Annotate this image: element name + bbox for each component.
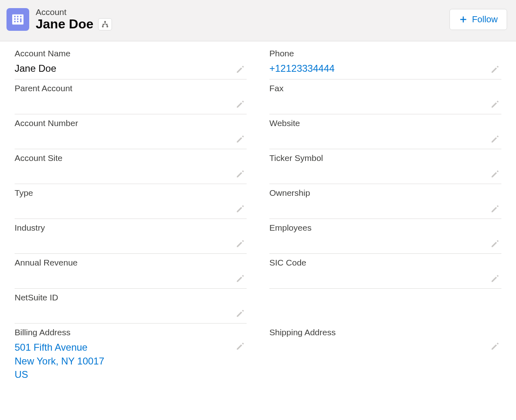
- header-titles: Account Jane Doe: [36, 7, 112, 31]
- hierarchy-icon: [101, 21, 109, 28]
- field-phone: Phone +12123334444: [269, 45, 501, 79]
- field-account-name: Account Name Jane Doe: [15, 45, 247, 79]
- field-label: Ticker Symbol: [269, 153, 501, 163]
- field-value: [269, 236, 501, 248]
- field-annual-revenue: Annual Revenue: [15, 254, 247, 289]
- edit-icon[interactable]: [489, 341, 500, 352]
- phone-value[interactable]: +12123334444: [269, 62, 501, 75]
- edit-icon[interactable]: [489, 274, 500, 284]
- field-netsuite-id: NetSuite ID: [15, 289, 247, 324]
- left-column: Account Name Jane Doe Parent Account Acc…: [15, 45, 247, 385]
- field-value: [15, 236, 247, 248]
- field-account-number: Account Number: [15, 114, 247, 149]
- field-website: Website: [269, 114, 501, 149]
- field-label: Billing Address: [15, 328, 247, 337]
- billing-address-value[interactable]: 501 Fifth Avenue New York, NY 10017 US: [15, 341, 247, 381]
- edit-icon[interactable]: [234, 274, 245, 284]
- edit-icon[interactable]: [234, 99, 245, 110]
- field-label: Industry: [15, 223, 247, 233]
- field-label: SIC Code: [269, 258, 501, 268]
- field-spacer: [269, 289, 501, 324]
- field-sic-code: SIC Code: [269, 254, 501, 289]
- field-value: [15, 271, 247, 283]
- header-left: Account Jane Doe: [6, 7, 112, 31]
- record-header: Account Jane Doe Follow: [0, 0, 516, 41]
- object-label: Account: [36, 7, 112, 17]
- field-label: Website: [269, 118, 501, 128]
- record-name: Jane Doe: [36, 17, 93, 31]
- edit-icon[interactable]: [234, 134, 245, 145]
- field-value: [269, 201, 501, 213]
- edit-icon[interactable]: [234, 341, 245, 352]
- field-label: Fax: [269, 84, 501, 93]
- field-ticker-symbol: Ticker Symbol: [269, 149, 501, 184]
- plus-icon: [459, 15, 468, 24]
- field-label: Employees: [269, 223, 501, 233]
- field-value: [15, 306, 247, 318]
- edit-icon[interactable]: [234, 64, 245, 75]
- detail-content: Account Name Jane Doe Parent Account Acc…: [0, 41, 516, 385]
- edit-icon[interactable]: [489, 169, 500, 180]
- field-value: Jane Doe: [15, 62, 247, 75]
- field-label: Ownership: [269, 188, 501, 198]
- field-value: [15, 166, 247, 178]
- edit-icon[interactable]: [489, 204, 500, 214]
- edit-icon[interactable]: [489, 99, 500, 110]
- field-value: [269, 96, 501, 109]
- field-value: [15, 201, 247, 213]
- edit-icon[interactable]: [489, 64, 500, 75]
- edit-icon[interactable]: [234, 169, 245, 180]
- account-icon: [6, 8, 29, 31]
- field-value: [269, 271, 501, 283]
- address-line: US: [15, 368, 247, 381]
- field-type: Type: [15, 184, 247, 219]
- field-account-site: Account Site: [15, 149, 247, 184]
- edit-icon[interactable]: [489, 134, 500, 145]
- hierarchy-button[interactable]: [98, 18, 112, 30]
- edit-icon[interactable]: [234, 204, 245, 214]
- field-shipping-address: Shipping Address: [269, 324, 501, 358]
- field-parent-account: Parent Account: [15, 79, 247, 114]
- field-label: Account Number: [15, 118, 247, 128]
- field-value: [269, 131, 501, 144]
- edit-icon[interactable]: [489, 239, 500, 249]
- address-line: New York, NY 10017: [15, 354, 247, 368]
- edit-icon[interactable]: [234, 309, 245, 319]
- field-value: [269, 166, 501, 178]
- field-value: [269, 341, 501, 353]
- edit-icon[interactable]: [234, 239, 245, 249]
- field-label: Type: [15, 188, 247, 198]
- field-billing-address: Billing Address 501 Fifth Avenue New Yor…: [15, 324, 247, 385]
- address-line: 501 Fifth Avenue: [15, 341, 247, 354]
- field-label: Parent Account: [15, 84, 247, 93]
- field-value: [15, 96, 247, 109]
- follow-button[interactable]: Follow: [449, 9, 507, 30]
- field-industry: Industry: [15, 219, 247, 254]
- field-label: Annual Revenue: [15, 258, 247, 268]
- field-label: Account Name: [15, 49, 247, 58]
- field-ownership: Ownership: [269, 184, 501, 219]
- field-employees: Employees: [269, 219, 501, 254]
- field-fax: Fax: [269, 79, 501, 114]
- field-label: Account Site: [15, 153, 247, 163]
- field-label: Shipping Address: [269, 328, 501, 337]
- field-value: [15, 131, 247, 144]
- right-column: Phone +12123334444 Fax Website Ticker Sy…: [269, 45, 501, 385]
- field-label: Phone: [269, 49, 501, 58]
- record-name-row: Jane Doe: [36, 17, 112, 31]
- field-label: NetSuite ID: [15, 293, 247, 302]
- follow-label: Follow: [472, 14, 498, 25]
